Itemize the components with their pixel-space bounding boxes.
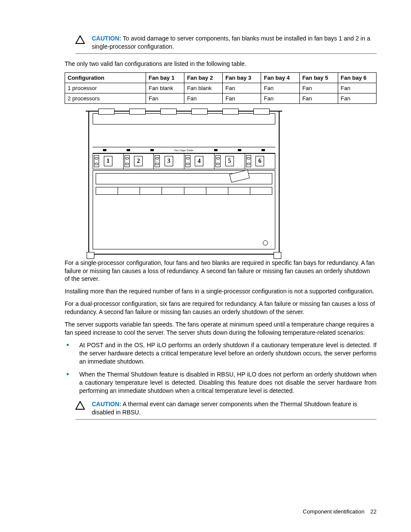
table-header: Fan bay 6 bbox=[338, 72, 376, 83]
fan-bay-number: 6 bbox=[255, 156, 264, 166]
paragraph: The server supports variable fan speeds.… bbox=[65, 320, 377, 337]
fan-bay-number: 2 bbox=[134, 156, 143, 166]
table-cell: Fan bbox=[184, 93, 223, 103]
fan-bay-number: 5 bbox=[225, 156, 234, 166]
table-cell: Fan bbox=[223, 93, 261, 103]
table-header: Fan bay 3 bbox=[223, 72, 261, 83]
footer-page-number: 22 bbox=[371, 508, 377, 515]
table-cell: Fan bbox=[299, 93, 338, 103]
caution-label: CAUTION: bbox=[92, 35, 121, 42]
footer-section: Component identification bbox=[303, 508, 364, 515]
svg-marker-2 bbox=[76, 401, 84, 409]
paragraph: For a single-processor configuration, fo… bbox=[65, 259, 377, 283]
chassis-top bbox=[93, 113, 275, 124]
table-cell: Fan bbox=[261, 83, 299, 93]
bullet-text: At POST and in the OS, HP iLO performs a… bbox=[79, 341, 377, 366]
table-row: 1 processor Fan blank Fan blank Fan Fan … bbox=[65, 83, 377, 93]
caution-text: CAUTION: A thermal event can damage serv… bbox=[92, 400, 377, 417]
bullet-icon: • bbox=[65, 370, 79, 395]
table-cell: Fan blank bbox=[184, 83, 223, 93]
fan-bay-number: 1 bbox=[104, 156, 112, 166]
table-cell: Fan bbox=[299, 83, 338, 93]
page-footer: Component identification 22 bbox=[303, 508, 377, 515]
table-cell: Fan bbox=[261, 93, 299, 103]
table-header-row: Configuration Fan bay 1 Fan bay 2 Fan ba… bbox=[65, 72, 377, 83]
table-cell: Fan bbox=[223, 83, 261, 93]
fan-row: 1 2 3 4 5 6 bbox=[93, 153, 275, 169]
caution-block-1: CAUTION: To avoid damage to server compo… bbox=[75, 34, 377, 54]
table-cell: Fan bbox=[338, 83, 376, 93]
triangle-caution-icon bbox=[75, 401, 92, 411]
intro-paragraph: The only two valid fan configurations ar… bbox=[65, 60, 377, 68]
table-header: Configuration bbox=[65, 72, 146, 83]
bullet-text: When the Thermal Shutdown feature is dis… bbox=[79, 370, 377, 395]
svg-marker-0 bbox=[76, 36, 84, 44]
paragraph: For a dual-processor configuration, six … bbox=[65, 300, 377, 316]
caution-label: CAUTION: bbox=[92, 401, 121, 408]
table-header: Fan bay 1 bbox=[146, 72, 184, 83]
paragraph: Installing more than the required number… bbox=[65, 287, 377, 296]
fan-config-table: Configuration Fan bay 1 Fan bay 2 Fan ba… bbox=[65, 72, 377, 104]
fan-bay-number: 4 bbox=[195, 156, 203, 166]
caution-body: To avoid damage to server components, fa… bbox=[92, 35, 370, 50]
table-cell: Fan bbox=[338, 93, 376, 103]
motherboard-area bbox=[93, 170, 275, 249]
list-item: • At POST and in the OS, HP iLO performs… bbox=[65, 341, 377, 366]
table-row: 2 processors Fan Fan Fan Fan Fan Fan bbox=[65, 93, 377, 103]
bullet-icon: • bbox=[65, 341, 79, 366]
caution-block-2: CAUTION: A thermal event can damage serv… bbox=[75, 400, 377, 420]
server-fan-diagram: Fan Cage Trailer 1 2 3 4 5 6 bbox=[88, 112, 280, 255]
caution-body: A thermal event can damage server compon… bbox=[92, 401, 357, 416]
list-item: • When the Thermal Shutdown feature is d… bbox=[65, 370, 377, 395]
fan-bay-number: 3 bbox=[165, 156, 173, 166]
table-cell: Fan bbox=[146, 93, 184, 103]
table-cell: 2 processors bbox=[65, 93, 146, 103]
table-header: Fan bay 4 bbox=[261, 72, 299, 83]
table-cell: Fan blank bbox=[146, 83, 184, 93]
caution-text: CAUTION: To avoid damage to server compo… bbox=[92, 34, 377, 51]
table-header: Fan bay 2 bbox=[184, 72, 223, 83]
bullet-list: • At POST and in the OS, HP iLO performs… bbox=[65, 341, 377, 395]
table-cell: 1 processor bbox=[65, 83, 146, 93]
triangle-caution-icon bbox=[75, 35, 92, 46]
table-header: Fan bay 5 bbox=[299, 72, 338, 83]
